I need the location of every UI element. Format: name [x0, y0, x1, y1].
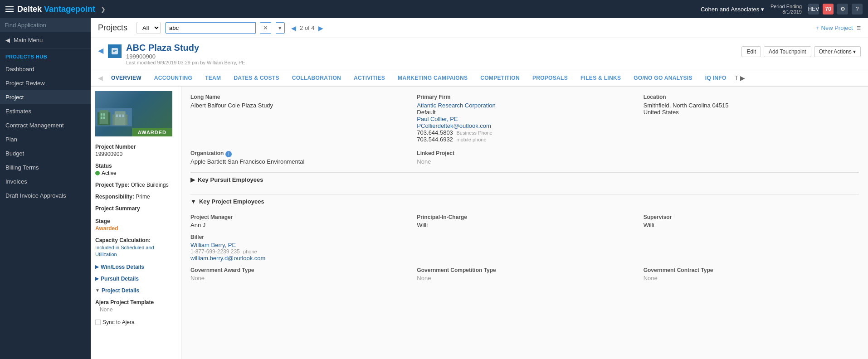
main-layout: ◀ Main Menu PROJECTS HUB Dashboard Proje…	[0, 18, 868, 359]
nav-next-btn[interactable]: ▶	[317, 24, 325, 33]
pursuit-arrow-icon: ▶	[95, 276, 99, 281]
find-app-input[interactable]	[0, 18, 91, 32]
sidebar-item-estimates[interactable]: Estimates	[0, 104, 91, 118]
tab-marketing[interactable]: MARKETING CAMPAIGNS	[391, 70, 474, 87]
project-nav-left[interactable]: ◀	[98, 46, 103, 55]
sidebar-item-draft-invoice-approvals[interactable]: Draft Invoice Approvals	[0, 189, 91, 203]
key-project-section: ▼ Key Project Employees Project Manager …	[190, 194, 859, 287]
project-number: 199900900	[126, 53, 737, 60]
tab-gonogo[interactable]: GO/NO GO ANALYSIS	[627, 70, 699, 87]
tab-collaboration[interactable]: COLLABORATION	[286, 70, 347, 87]
grid-view-icon[interactable]: ≡	[857, 24, 861, 32]
ajera-template-field: Ajera Project Template None	[91, 296, 181, 317]
nav-count: 2 of 4	[300, 24, 315, 31]
primary-firm-label: Primary Firm	[417, 94, 632, 100]
govt-contract-label: Government Contract Type	[644, 267, 859, 273]
govt-award-label: Government Award Type	[190, 267, 406, 273]
tab-overview[interactable]: OVERVIEW	[105, 70, 148, 87]
government-fields-grid: Government Award Type None Government Co…	[190, 267, 859, 281]
project-actions: Edit Add Touchpoint Other Actions ▾	[741, 46, 861, 57]
help-btn[interactable]: ?	[852, 4, 863, 15]
sidebar-item-plan[interactable]: Plan	[0, 132, 91, 146]
biller-phone: 1-877-699-2239 235 phone	[190, 248, 406, 255]
sync-ajera-checkbox[interactable]: Sync to Ajera	[91, 317, 181, 327]
key-project-header[interactable]: ▼ Key Project Employees	[190, 194, 859, 209]
search-clear-btn[interactable]: ✕	[260, 22, 271, 34]
add-touchpoint-btn[interactable]: Add Touchpoint	[764, 46, 811, 57]
filter-select[interactable]: All	[137, 22, 161, 34]
pursuit-details-expand[interactable]: ▶ Pursuit Details	[91, 273, 181, 285]
settings-btn[interactable]: ⚙	[837, 4, 848, 15]
search-dropdown-btn[interactable]: ▾	[276, 22, 285, 34]
sidebar-item-budget[interactable]: Budget	[0, 146, 91, 160]
sidebar-item-contract-management[interactable]: Contract Management	[0, 118, 91, 132]
sync-cb[interactable]	[95, 320, 101, 325]
sidebar-item-project[interactable]: Project	[0, 90, 91, 104]
tab-activities[interactable]: ACTIVITIES	[347, 70, 391, 87]
primary-firm-mobile: 703.544.6932 mobile phone	[417, 136, 632, 143]
tabs-bar: ◀ OVERVIEW ACCOUNTING TEAM DATES & COSTS…	[91, 70, 868, 87]
location-line1: Smithfield, North Carolina 04515	[644, 102, 859, 109]
project-image: AWARDED	[95, 91, 172, 136]
tab-accounting[interactable]: ACCOUNTING	[148, 70, 199, 87]
hamburger-menu[interactable]	[5, 6, 14, 12]
pic-label: Principal-In-Charge	[417, 214, 632, 220]
primary-firm-email[interactable]: PCollierdeltek@outlook.com	[417, 122, 632, 129]
long-name-value: Albert Balfour Cole Plaza Study	[190, 102, 406, 109]
project-modified: Last modified 9/9/2019 03:29 pm by Willi…	[126, 60, 737, 65]
tab-dates-costs[interactable]: DATES & COSTS	[227, 70, 285, 87]
location-section: Location Smithfield, North Carolina 0451…	[644, 94, 859, 143]
primary-firm-phone: 703.644.5803 Business Phone	[417, 129, 632, 136]
svg-rect-6	[101, 116, 102, 119]
govt-competition-type: Government Competition Type None	[417, 267, 632, 281]
main-content: Projects All ✕ ▾ ◀ 2 of 4 ▶ + New Projec…	[91, 18, 868, 359]
tab-proposals[interactable]: PROPOSALS	[526, 70, 574, 87]
svg-rect-5	[103, 113, 105, 116]
tab-files[interactable]: FILES & LINKS	[574, 70, 627, 87]
sidebar-item-dashboard[interactable]: Dashboard	[0, 62, 91, 76]
project-details-expand[interactable]: ▼ Project Details	[91, 285, 181, 296]
sidebar-item-project-review[interactable]: Project Review	[0, 76, 91, 90]
key-pursuit-header[interactable]: ▶ Key Pursuit Employees	[190, 172, 859, 187]
pm-label: Project Manager	[190, 214, 406, 220]
primary-firm-contact[interactable]: Paul Collier, PE	[417, 116, 632, 122]
svg-rect-4	[101, 113, 102, 116]
biller-name[interactable]: William Berry, PE	[190, 242, 406, 248]
right-panel: Long Name Albert Balfour Cole Plaza Stud…	[181, 87, 868, 359]
projects-header: Projects All ✕ ▾ ◀ 2 of 4 ▶ + New Projec…	[91, 18, 868, 38]
key-project-content: Project Manager Ann J Principal-In-Charg…	[190, 209, 859, 287]
svg-rect-10	[116, 115, 118, 117]
nav-prev-btn[interactable]: ◀	[289, 24, 298, 33]
location-line2: United States	[644, 109, 859, 116]
tab-competition[interactable]: COMPETITION	[474, 70, 526, 87]
other-actions-btn[interactable]: Other Actions ▾	[814, 46, 861, 57]
sidebar-section-title: PROJECTS HUB	[0, 49, 91, 62]
badge-btn[interactable]: 70	[823, 4, 834, 15]
sidebar-item-billing-terms[interactable]: Billing Terms	[0, 160, 91, 175]
search-input[interactable]	[165, 22, 256, 34]
edit-btn[interactable]: Edit	[741, 46, 761, 57]
tab-prev-btn[interactable]: ◀	[98, 74, 103, 82]
notifications-btn[interactable]: HEV	[808, 4, 819, 15]
new-project-btn[interactable]: + New Project	[816, 24, 853, 31]
primary-firm-name[interactable]: Atlantic Research Corporation	[417, 102, 632, 109]
key-pursuit-title: Key Pursuit Employees	[198, 176, 263, 183]
tab-team[interactable]: TEAM	[199, 70, 227, 87]
mobile-phone-label: mobile phone	[456, 137, 486, 142]
brand-arrow: ❯	[101, 6, 106, 13]
supervisor-value: Willi	[644, 222, 859, 228]
biller-email[interactable]: william.berry.d@outlook.com	[190, 255, 406, 262]
win-loss-expand[interactable]: ▶ Win/Loss Details	[91, 261, 181, 273]
org-info-icon[interactable]: i	[225, 151, 232, 157]
govt-award-type: Government Award Type None	[190, 267, 406, 281]
tab-iqinfo[interactable]: IQ INFO	[699, 70, 733, 87]
govt-competition-value: None	[417, 275, 632, 281]
biller-field: Biller William Berry, PE 1-877-699-2239 …	[190, 234, 406, 262]
tab-more-btn[interactable]: T ▶	[735, 74, 745, 82]
key-employees-grid: Project Manager Ann J Principal-In-Charg…	[190, 214, 859, 262]
status-field: Status Active	[91, 160, 181, 179]
key-project-title: Key Project Employees	[199, 198, 264, 205]
sidebar-item-invoices[interactable]: Invoices	[0, 175, 91, 189]
main-menu-btn[interactable]: ◀ Main Menu	[0, 32, 91, 49]
company-name[interactable]: Cohen and Associates	[701, 6, 764, 13]
